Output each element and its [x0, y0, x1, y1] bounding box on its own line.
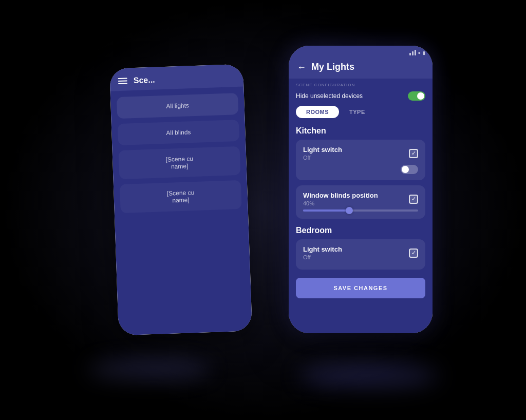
front-phone-shadow [299, 364, 438, 387]
front-phone-header: ← My Lights [289, 58, 433, 79]
section-kitchen: Kitchen [289, 124, 433, 140]
battery-icon: ▮ [423, 50, 425, 55]
list-item[interactable]: [Scene cuname] [119, 146, 241, 179]
section-bedroom: Bedroom [289, 224, 433, 239]
device-status: Off [303, 155, 342, 161]
phone-back: Sce... All lights All blinds [Scene cuna… [109, 64, 252, 336]
phones-container: Sce... All lights All blinds [Scene cuna… [83, 35, 443, 385]
phone-front: ● ▮ ← My Lights SCENE CONFIGURATION Hide… [289, 46, 433, 333]
wifi-icon: ● [418, 50, 421, 55]
signal-icon [409, 50, 416, 55]
hamburger-icon[interactable] [118, 78, 127, 84]
device-checkbox[interactable] [409, 249, 418, 258]
slider-fill [303, 209, 349, 212]
card-label: [Scene cuname] [167, 189, 195, 204]
device-card-light-switch: Light switch Off [296, 140, 425, 180]
light-switch-toggle[interactable] [401, 165, 418, 174]
hide-unselected-toggle[interactable] [408, 91, 425, 101]
device-card-bedroom-light: Light switch Off [296, 239, 425, 270]
card-label: All lights [166, 102, 189, 110]
device-name: Light switch [303, 245, 342, 253]
device-name: Light switch [303, 146, 342, 154]
blinds-slider-container [303, 209, 418, 212]
tab-rooms[interactable]: ROOMS [296, 106, 339, 118]
list-item[interactable]: All blinds [118, 120, 239, 145]
list-item[interactable]: All lights [117, 93, 238, 119]
scene-config-label: SCENE CONFIGURATION [289, 79, 433, 89]
device-status: 40% [303, 200, 378, 206]
status-bar: ● ▮ [289, 46, 433, 58]
device-status: Off [303, 254, 342, 260]
back-phone-title: Sce... [134, 75, 155, 85]
front-phone-body: SCENE CONFIGURATION Hide unselected devi… [289, 79, 433, 333]
slider-track[interactable] [303, 209, 418, 212]
device-name: Window blinds position [303, 192, 378, 199]
card-label: All blinds [166, 128, 191, 137]
hide-unselected-row: Hide unselected devices [289, 89, 433, 106]
device-card-blinds: Window blinds position 40% [296, 185, 425, 219]
device-info: Window blinds position 40% [303, 192, 378, 206]
slider-thumb[interactable] [346, 207, 353, 214]
hide-unselected-label: Hide unselected devices [296, 92, 363, 100]
tabs-row: ROOMS TYPE [289, 106, 433, 118]
device-checkbox[interactable] [409, 149, 418, 158]
back-phone-content: All lights All blinds [Scene cuname] [Sc… [110, 87, 252, 336]
back-phone-shadow [88, 359, 212, 379]
page-title: My Lights [311, 62, 354, 72]
device-checkbox[interactable] [409, 195, 418, 204]
tab-type[interactable]: TYPE [339, 106, 375, 118]
save-button[interactable]: SAVE CHANGES [296, 278, 425, 298]
card-label: [Scene cuname] [165, 155, 193, 170]
device-info: Light switch Off [303, 146, 342, 161]
back-button[interactable]: ← [297, 63, 306, 72]
device-info: Light switch Off [303, 245, 342, 260]
list-item[interactable]: [Scene cuname] [120, 180, 242, 213]
